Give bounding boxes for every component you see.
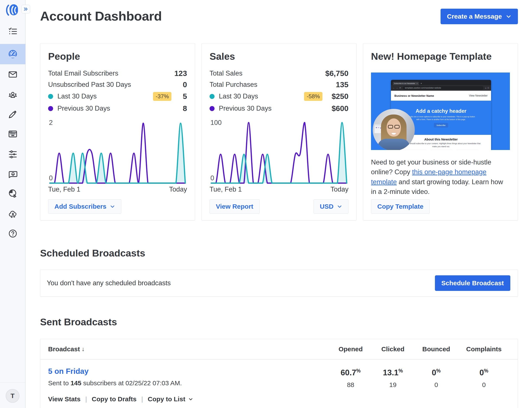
people-chart: 2 0 Tue, Feb 1 Today <box>48 120 187 193</box>
people-change-badge: -37% <box>153 92 171 101</box>
aweber-logo[interactable] <box>5 3 20 18</box>
purple-series-dot <box>210 106 214 111</box>
schedule-broadcast-button[interactable]: Schedule Broadcast <box>435 275 510 291</box>
people-previous-30-days-row: Previous 30 Days 8 <box>48 102 187 114</box>
bounced-stat: 0% 0 <box>415 367 458 403</box>
people-card: People Total Email Subscribers 123 Unsub… <box>40 43 195 220</box>
sidebar-divider <box>0 382 25 382</box>
sidebar-item-tasks[interactable] <box>0 21 26 42</box>
sidebar-item-sign-up-forms[interactable] <box>0 104 26 124</box>
template-description: Need to get your business or side-hustle… <box>371 157 510 196</box>
sidebar-item-landing-pages[interactable] <box>0 124 26 144</box>
sales-last-30-days-row: Last 30 Days -58% $250 <box>210 90 348 102</box>
sidebar-item-reports[interactable] <box>0 183 26 204</box>
scheduled-broadcasts-heading: Scheduled Broadcasts <box>40 248 518 259</box>
chevron-down-icon <box>188 397 193 401</box>
copy-to-list-link[interactable]: Copy to List <box>148 395 193 403</box>
chat-bell-icon <box>8 170 18 180</box>
chevron-down-icon <box>110 204 115 209</box>
dashboard-gauge-icon <box>8 49 18 59</box>
total-email-subscribers-value: 123 <box>174 69 187 78</box>
currency-select-button[interactable]: USD <box>314 199 348 214</box>
people-last-30-days-row: Last 30 Days -37% 5 <box>48 90 187 102</box>
total-purchases-value: 135 <box>326 80 348 89</box>
view-report-button[interactable]: View Report <box>210 199 260 214</box>
page-title: Account Dashboard <box>40 9 162 24</box>
column-header-complaints[interactable]: Complaints <box>458 345 510 353</box>
sales-card: Sales Total Sales $6,750 Total Purchases… <box>202 43 356 220</box>
sales-x-labels: Tue, Feb 1 Today <box>210 186 348 193</box>
sales-last-30-value: $250 <box>326 92 348 101</box>
broadcast-title-link[interactable]: 5 on Friday <box>48 367 89 375</box>
sales-chart: 100 0 Tue, Feb 1 Today <box>210 120 348 193</box>
template-subscribe-button: Subscribe <box>434 123 448 128</box>
table-row: 5 on Friday Sent to 145 subscribers at 0… <box>40 359 518 408</box>
people-previous-30-value: 8 <box>175 104 187 113</box>
sales-previous-30-days-row: Previous 30 Days $600 <box>210 102 348 114</box>
view-stats-link[interactable]: View Stats <box>48 395 81 403</box>
sidebar-item-dashboard[interactable] <box>0 44 26 64</box>
opened-stat: 60.7% 88 <box>330 367 371 403</box>
sent-broadcasts-heading: Sent Broadcasts <box>40 316 518 328</box>
sidebar-item-messages[interactable] <box>0 64 26 85</box>
summary-cards: People Total Email Subscribers 123 Unsub… <box>40 43 518 220</box>
copy-to-drafts-link[interactable]: Copy to Drafts <box>92 395 136 403</box>
table-header-row: Broadcast ↓ Opened Clicked Bounced Compl… <box>40 339 518 359</box>
people-icon <box>8 90 18 100</box>
feature-box: ★ <box>429 150 453 150</box>
sent-broadcasts-table: Broadcast ↓ Opened Clicked Bounced Compl… <box>40 339 518 408</box>
complaints-count: 0 <box>458 381 510 389</box>
add-subscribers-button[interactable]: Add Subscribers <box>48 199 121 214</box>
new-tab-icon: + <box>421 82 422 85</box>
sales-chart-plot: 100 0 <box>210 120 348 184</box>
broadcast-sent-info: Sent to 145 subscribers at 02/25/22 07:0… <box>48 379 330 387</box>
sidebar-item-integrations[interactable] <box>0 204 26 224</box>
copy-template-button[interactable]: Copy Template <box>371 199 430 214</box>
total-email-subscribers-row: Total Email Subscribers 123 <box>48 68 187 79</box>
sidebar-item-help[interactable] <box>0 223 26 244</box>
clicked-count: 19 <box>371 381 415 389</box>
create-message-button[interactable]: Create a Message <box>441 9 518 24</box>
feature-box: ★ <box>403 150 427 150</box>
sales-card-footer: View Report USD <box>210 199 348 214</box>
avatar-initial: T <box>11 392 15 400</box>
browser-action-icons: ⭳ ☆ <box>485 87 489 89</box>
chevron-down-icon <box>506 14 511 19</box>
envelope-icon <box>8 69 18 79</box>
unsubscribed-value: 0 <box>175 80 187 89</box>
sales-previous-30-value: $600 <box>326 104 348 113</box>
column-header-clicked[interactable]: Clicked <box>371 345 415 353</box>
tab-close-icon: × <box>417 83 417 85</box>
column-header-bounced[interactable]: Bounced <box>415 345 458 353</box>
page-header: Account Dashboard Create a Message <box>40 9 518 24</box>
feature-box: ★ <box>455 150 479 150</box>
sidebar-item-subscribers[interactable] <box>0 85 26 105</box>
question-circle-icon <box>8 229 18 238</box>
people-card-footer: Add Subscribers <box>48 199 187 214</box>
homepage-template-card: New! Homepage Template Subscribe to our … <box>363 43 518 220</box>
user-avatar[interactable]: T <box>6 389 19 403</box>
browser-tab-bar: Subscribe to our Newsletter × + <box>391 80 491 85</box>
total-sales-row: Total Sales $6,750 <box>210 68 348 79</box>
scheduled-empty-text: You don't have any scheduled broadcasts <box>47 279 171 287</box>
sidebar-item-automations[interactable] <box>0 144 26 164</box>
total-sales-value: $6,750 <box>325 69 348 78</box>
total-purchases-row: Total Purchases 135 <box>210 79 348 90</box>
expand-sidebar-button[interactable] <box>21 5 30 13</box>
sidebar-item-notifications[interactable] <box>0 164 26 185</box>
people-x-labels: Tue, Feb 1 Today <box>48 186 187 193</box>
teal-series-dot <box>210 94 214 99</box>
template-site-nav: Business or Newsletter Name View Newslet… <box>391 91 491 101</box>
browser-url-bar: ← → ⟳ templates.aweber.com/newsletter-we… <box>391 85 491 91</box>
teal-series-dot <box>48 94 53 99</box>
pie-chart-icon <box>8 188 18 198</box>
main-content: Account Dashboard Create a Message Peopl… <box>26 0 532 408</box>
template-feature-boxes: ★ ★ ★ <box>391 150 491 150</box>
subscriber-count: 145 <box>71 379 81 387</box>
people-card-title: People <box>48 51 187 62</box>
bounced-count: 0 <box>415 381 458 389</box>
column-header-broadcast[interactable]: Broadcast ↓ <box>48 345 330 353</box>
column-header-opened[interactable]: Opened <box>330 345 371 353</box>
clicked-stat: 13.1% 19 <box>371 367 415 403</box>
template-thumbnail[interactable]: Subscribe to our Newsletter × + ← → ⟳ te… <box>371 73 510 150</box>
